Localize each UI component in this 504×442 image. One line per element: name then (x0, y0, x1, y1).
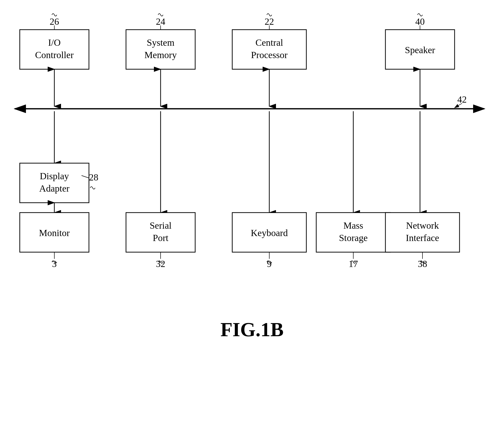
display-adapter-label2: Adapter (39, 183, 70, 194)
mass-storage-label2: Storage (339, 233, 368, 243)
keyboard-label: Keyboard (251, 228, 288, 238)
system-memory-ref: 24 (156, 16, 165, 27)
network-interface-node: Network Interface 38 (385, 213, 460, 269)
serial-port-ref: 32 (156, 259, 165, 269)
monitor-node: Monitor 3 (20, 213, 89, 269)
serial-port-node: Serial Port 32 (126, 213, 195, 269)
central-processor-label: Central (255, 37, 283, 48)
svg-rect-12 (232, 30, 306, 69)
network-interface-ref: 38 (418, 259, 427, 269)
serial-port-label2: Port (153, 233, 168, 243)
keyboard-node: Keyboard 9 (232, 213, 306, 269)
keyboard-ref: 9 (267, 259, 272, 269)
serial-port-label: Serial (150, 220, 172, 231)
svg-rect-32 (126, 213, 195, 252)
speaker-ref: 40 (415, 16, 425, 27)
svg-rect-36 (316, 213, 390, 252)
display-adapter-node: Display Adapter 28 (20, 163, 98, 203)
speaker-label: Speaker (405, 45, 435, 55)
network-interface-label: Network (406, 220, 439, 231)
svg-rect-8 (20, 30, 89, 69)
system-memory-label: System (147, 37, 174, 48)
system-memory-label2: Memory (145, 50, 177, 60)
network-interface-label2: Interface (406, 233, 439, 243)
display-adapter-label: Display (40, 171, 69, 181)
monitor-label: Monitor (39, 228, 70, 238)
svg-rect-27 (20, 163, 89, 203)
mass-storage-label: Mass (343, 220, 363, 231)
mass-storage-ref: 17 (349, 259, 358, 269)
speaker-node: Speaker 40 (385, 14, 455, 69)
monitor-ref: 3 (52, 259, 57, 269)
display-adapter-ref: 28 (89, 172, 98, 182)
mass-storage-node: Mass Storage 17 (316, 213, 390, 269)
io-controller-ref: 26 (50, 16, 59, 27)
svg-rect-10 (126, 30, 195, 69)
bus-ref-label: 42 (457, 94, 467, 105)
system-memory-node: System Memory 24 (126, 14, 195, 69)
central-processor-label2: Processor (251, 50, 288, 60)
svg-rect-38 (385, 213, 460, 252)
io-controller-label: I/O (48, 37, 61, 48)
central-processor-ref: 22 (265, 16, 274, 27)
central-processor-node: Central Processor 22 (232, 14, 306, 69)
fig-label: FIG.1B (220, 319, 284, 340)
io-controller-node: I/O Controller 26 (20, 14, 89, 69)
io-controller-label2: Controller (35, 50, 74, 60)
